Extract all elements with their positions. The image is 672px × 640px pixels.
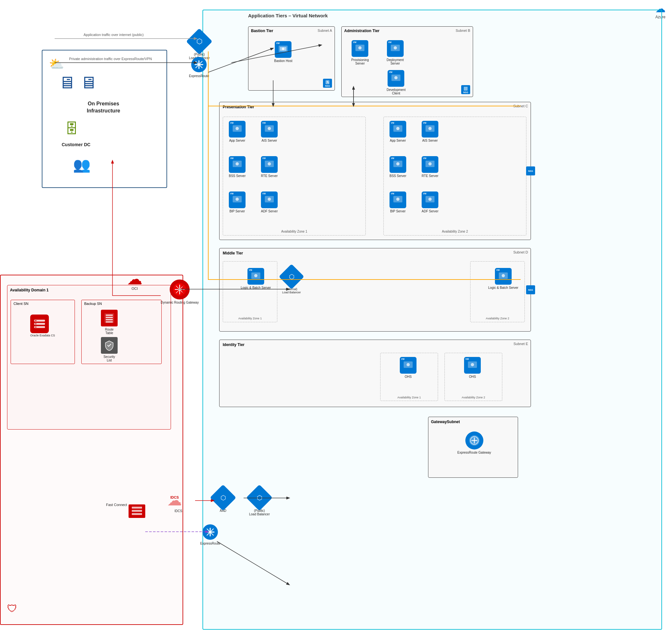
presentation-tier-title: Presentation Tier <box>223 105 254 109</box>
admin-tier-title: Administration Tier <box>344 29 380 33</box>
pres-z2-ais-icon: VM <box>421 121 438 137</box>
admin-nsg-label: NSG <box>463 91 468 93</box>
on-premises-servers: 🖥 🖥 <box>58 73 97 92</box>
fast-connect-label: Fast Connect <box>106 503 127 507</box>
svg-point-34 <box>428 198 432 201</box>
pres-z2-app-label: App Server <box>390 139 406 142</box>
availability-domain: Availability Domain 1 Client SN Oracle E… <box>7 285 171 430</box>
pres-z2-app-icon: VM <box>389 121 406 137</box>
bastion-host-icon: VM <box>275 41 291 58</box>
pres-z2-bss-icon: VM <box>389 156 406 173</box>
pres-avail-zone-2: VM App Server VM AIS Server VM BSS Serve… <box>383 117 526 235</box>
security-list-label: SecurityList <box>103 355 115 362</box>
svg-point-20 <box>235 198 239 201</box>
pres-z2-bip-label: BIP Server <box>390 209 405 213</box>
pres-z2-bss-label: BSS Server <box>389 174 406 178</box>
pres-z1-bss-icon: VM <box>229 156 245 173</box>
svg-rect-51 <box>35 323 37 324</box>
svg-point-18 <box>268 162 271 165</box>
backup-sn-box: Backup SN RouteTable SecurityList <box>81 300 162 364</box>
expressroute-bottom-icon <box>202 524 218 540</box>
identity-tier-title: Identity Tier <box>223 343 245 347</box>
pres-z1-adf-server: VM ADF Server <box>261 191 278 213</box>
dev-client-container: VM DevelopmentClient <box>387 70 405 95</box>
expressroute-gw-icon <box>466 432 483 450</box>
pres-z2-label: Availability Zone 2 <box>442 230 468 233</box>
expressroute-bottom-label: ExpressRoute <box>200 542 220 545</box>
svg-point-16 <box>235 162 239 165</box>
identity-z2-label: Availability Zone 2 <box>462 396 485 399</box>
provisioning-server-label: ProvisioningServer <box>351 58 369 65</box>
pres-z1-rte-icon: VM <box>261 156 278 173</box>
public-lb-top-container: ⬡ (Public)Load Balancer <box>189 32 210 60</box>
svg-rect-10 <box>464 87 468 91</box>
svg-point-14 <box>268 127 271 130</box>
pres-z2-bss-server: VM BSS Server <box>389 156 406 178</box>
pres-z2-rte-label: RTE Server <box>421 174 438 178</box>
middle-nsg-label: NSG <box>528 289 533 291</box>
svg-rect-56 <box>106 319 113 320</box>
middle-z2-logic-icon: VM <box>495 268 512 285</box>
expressroute-top-container: ExpressRoute <box>189 56 209 78</box>
pres-z1-ais-server: VM AIS Server <box>261 121 278 142</box>
availability-domain-title: Availability Domain 1 <box>10 288 48 292</box>
middle-z1-label: Availability Zone 1 <box>239 317 262 320</box>
middle-subnet-label: Subnet D <box>513 250 528 254</box>
security-list-icon <box>101 337 118 354</box>
pres-z1-label: Availability Zone 1 <box>281 230 307 233</box>
svg-point-32 <box>396 198 399 201</box>
svg-rect-52 <box>35 327 37 328</box>
pres-z1-app-label: App Server <box>229 139 245 142</box>
identity-z2: VM OHS Availability Zone 2 <box>444 353 502 401</box>
admin-subnet-label: Subnet B <box>456 29 470 32</box>
identity-z1-label: Availability Zone 1 <box>398 396 421 399</box>
middle-nsg: NSG <box>526 285 535 294</box>
client-sn-box: Client SN Oracle Exadata CS <box>11 300 75 364</box>
pres-z2-rte-server: VM RTE Server <box>421 156 438 178</box>
bastion-subnet-label: Subnet A <box>317 29 332 32</box>
svg-point-26 <box>428 127 432 130</box>
bastion-tier: Bastion Tier Subnet A VM Bastion Host NS… <box>248 26 335 91</box>
diagram-canvas: ☁ Azure Application Tiers – Virtual Netw… <box>0 0 672 640</box>
svg-point-28 <box>396 162 399 165</box>
pres-z1-app-icon: VM <box>229 121 245 137</box>
identity-z1: VM OHS Availability Zone 1 <box>380 353 438 401</box>
middle-z1-logic-icon: VM <box>247 268 264 285</box>
idcs-label: IDCS <box>174 509 182 513</box>
customer-dc-icon: 🗄 <box>65 121 78 136</box>
admin-nsg: NSG <box>461 85 470 94</box>
client-sn-label: Client SN <box>14 302 28 306</box>
svg-point-5 <box>358 46 361 49</box>
svg-rect-55 <box>106 317 113 318</box>
aad-container: ⬡ AAD <box>214 488 232 512</box>
pres-z1-app-server: VM App Server <box>229 121 245 142</box>
pres-z1-bip-server: VM BIP Server <box>229 191 245 213</box>
svg-rect-54 <box>106 315 113 316</box>
svg-point-9 <box>394 76 398 79</box>
on-premises-cloud-icon: ⛅ <box>49 57 64 71</box>
svg-rect-60 <box>132 513 142 515</box>
route-table-icon <box>101 310 118 326</box>
expressroute-bottom-container: ExpressRoute <box>200 524 220 545</box>
svg-rect-50 <box>35 320 37 321</box>
pres-z2-adf-label: ADF Server <box>421 209 438 213</box>
svg-point-24 <box>396 127 399 130</box>
svg-point-7 <box>394 46 397 49</box>
identity-z2-ohs-icon: VM <box>464 357 481 374</box>
svg-point-2 <box>282 47 284 50</box>
gateway-subnet: GatewaySubnet ExpressRoute Gateway <box>428 417 518 478</box>
identity-tier: Identity Tier Subnet E VM OHS Availabili… <box>219 339 531 407</box>
svg-point-40 <box>406 363 410 366</box>
pres-z2-bip-server: VM BIP Server <box>389 191 406 213</box>
pres-avail-zone-1: VM App Server VM AIS Server VM BSS Serve… <box>223 117 366 235</box>
pres-z1-rte-label: RTE Server <box>261 174 278 178</box>
admin-tier: Administration Tier Subnet B VM Provisio… <box>341 26 473 97</box>
azure-vnet: Application Tiers – Virtual Network Bast… <box>202 10 662 630</box>
svg-rect-59 <box>132 510 142 512</box>
backup-sn-label: Backup SN <box>84 302 102 306</box>
public-lb-bottom-icon: ⬡ <box>246 484 273 511</box>
pres-z1-bip-icon: VM <box>229 191 245 208</box>
presentation-nsg: NSG <box>526 166 535 175</box>
svg-rect-58 <box>132 507 142 509</box>
bastion-nsg: NSG <box>323 79 332 88</box>
